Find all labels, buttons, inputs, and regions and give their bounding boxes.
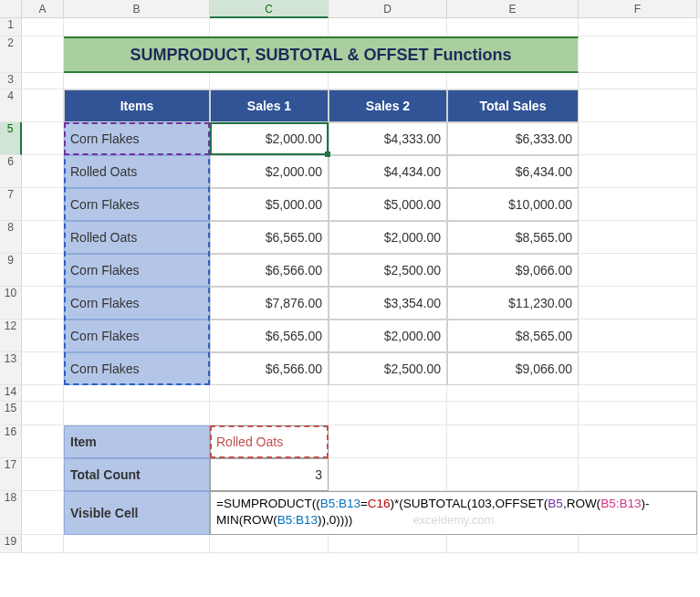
cell[interactable]	[447, 402, 579, 425]
cell[interactable]	[22, 385, 64, 402]
row-header-4[interactable]: 4	[0, 89, 22, 122]
row-header-7[interactable]: 7	[0, 188, 22, 221]
table-row[interactable]: Rolled Oats	[64, 155, 210, 188]
col-header-B[interactable]: B	[64, 0, 210, 18]
table-row[interactable]: $2,000.00	[329, 319, 447, 352]
table-row[interactable]: $6,565.00	[210, 221, 329, 254]
table-row[interactable]: $2,500.00	[329, 254, 447, 287]
table-row[interactable]: $9,066.00	[447, 352, 579, 385]
row-header-2[interactable]: 2	[0, 37, 22, 73]
cell[interactable]	[447, 535, 579, 553]
count-value[interactable]: 3	[210, 458, 329, 491]
cell[interactable]	[329, 458, 447, 491]
cell[interactable]	[579, 37, 697, 73]
cell[interactable]	[22, 18, 64, 37]
cell[interactable]	[329, 385, 447, 402]
table-row[interactable]: Corn Flakes	[64, 287, 210, 319]
cell[interactable]	[579, 319, 697, 352]
row-header-12[interactable]: 12	[0, 319, 22, 352]
cell[interactable]	[22, 535, 64, 553]
row-header-6[interactable]: 6	[0, 155, 22, 188]
cell[interactable]	[579, 188, 697, 221]
cell[interactable]	[579, 18, 697, 37]
cell[interactable]	[22, 287, 64, 319]
cell[interactable]	[22, 352, 64, 385]
cell[interactable]	[64, 402, 210, 425]
table-row[interactable]: $5,000.00	[329, 188, 447, 221]
cell[interactable]	[22, 402, 64, 425]
cell[interactable]	[447, 18, 579, 37]
cell[interactable]	[22, 221, 64, 254]
table-row[interactable]: $8,565.00	[447, 319, 579, 352]
row-header-19[interactable]: 19	[0, 535, 22, 553]
count-label[interactable]: Total Count	[64, 458, 210, 491]
table-row[interactable]: $2,000.00	[210, 155, 329, 188]
cell[interactable]	[579, 352, 697, 385]
item-label[interactable]: Item	[64, 425, 210, 458]
row-header-10[interactable]: 10	[0, 287, 22, 319]
table-row[interactable]: $9,066.00	[447, 254, 579, 287]
col-header-F[interactable]: F	[579, 0, 697, 18]
table-row[interactable]: $11,230.00	[447, 287, 579, 319]
table-row[interactable]: $4,434.00	[329, 155, 447, 188]
cell[interactable]	[22, 122, 64, 155]
table-row[interactable]: $10,000.00	[447, 188, 579, 221]
cell[interactable]	[64, 535, 210, 553]
table-row[interactable]: Rolled Oats	[64, 221, 210, 254]
table-row[interactable]: $6,434.00	[447, 155, 579, 188]
header-sales2[interactable]: Sales 2	[329, 89, 447, 122]
col-header-E[interactable]: E	[447, 0, 579, 18]
row-header-1[interactable]: 1	[0, 18, 22, 37]
cell[interactable]	[22, 73, 64, 89]
cell[interactable]	[329, 535, 447, 553]
row-header-16[interactable]: 16	[0, 425, 22, 458]
table-row[interactable]: Corn Flakes	[64, 188, 210, 221]
cell[interactable]	[579, 425, 697, 458]
cell[interactable]	[210, 402, 329, 425]
table-row[interactable]: $8,565.00	[447, 221, 579, 254]
cell[interactable]	[329, 18, 447, 37]
table-row[interactable]: $3,354.00	[329, 287, 447, 319]
cell[interactable]	[22, 188, 64, 221]
cell[interactable]	[22, 491, 64, 535]
cell[interactable]	[329, 425, 447, 458]
cell[interactable]	[22, 254, 64, 287]
table-row[interactable]: $6,566.00	[210, 352, 329, 385]
cell[interactable]	[579, 287, 697, 319]
table-row[interactable]: $7,876.00	[210, 287, 329, 319]
cell[interactable]	[329, 73, 447, 89]
cell[interactable]	[579, 458, 697, 491]
table-row[interactable]: $2,000.00	[210, 122, 329, 155]
row-header-17[interactable]: 17	[0, 458, 22, 491]
cell[interactable]	[22, 425, 64, 458]
table-row[interactable]: $5,000.00	[210, 188, 329, 221]
row-header-18[interactable]: 18	[0, 491, 22, 535]
cell[interactable]	[22, 89, 64, 122]
cell[interactable]	[579, 122, 697, 155]
table-row[interactable]: $2,500.00	[329, 352, 447, 385]
cell[interactable]	[579, 89, 697, 122]
col-header-D[interactable]: D	[329, 0, 447, 18]
row-header-5[interactable]: 5	[0, 122, 22, 155]
cell[interactable]	[210, 535, 329, 553]
table-row[interactable]: Corn Flakes	[64, 254, 210, 287]
cell[interactable]	[329, 402, 447, 425]
row-header-8[interactable]: 8	[0, 221, 22, 254]
formula-cell[interactable]: =SUMPRODUCT((B5:B13=C16)*(SUBTOTAL(103,O…	[210, 491, 697, 535]
table-row[interactable]: $2,000.00	[329, 221, 447, 254]
header-total[interactable]: Total Sales	[447, 89, 579, 122]
cell[interactable]	[64, 18, 210, 37]
table-row[interactable]: Corn Flakes	[64, 319, 210, 352]
cell[interactable]	[579, 221, 697, 254]
cell[interactable]	[64, 73, 210, 89]
select-all-corner[interactable]	[0, 0, 22, 18]
row-header-15[interactable]: 15	[0, 402, 22, 425]
row-header-3[interactable]: 3	[0, 73, 22, 89]
item-value[interactable]: Rolled Oats	[210, 425, 329, 458]
table-row[interactable]: $6,565.00	[210, 319, 329, 352]
cell[interactable]	[447, 425, 579, 458]
cell[interactable]	[579, 155, 697, 188]
cell[interactable]	[64, 385, 210, 402]
cell[interactable]	[579, 402, 697, 425]
cell[interactable]	[22, 319, 64, 352]
